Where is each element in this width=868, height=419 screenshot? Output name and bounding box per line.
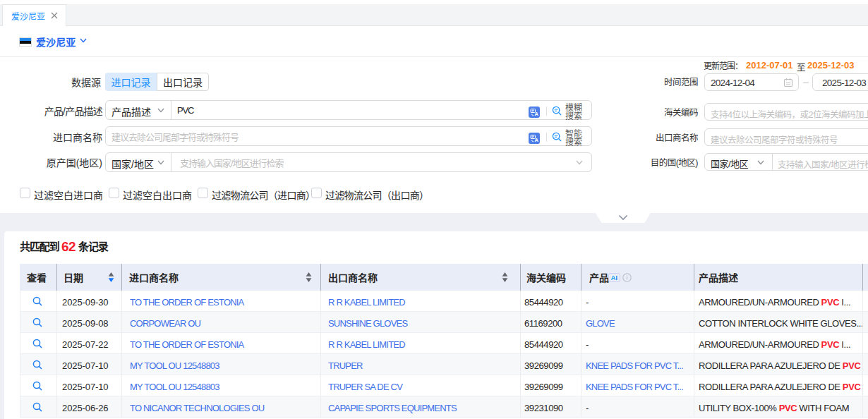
svg-text:A: A — [535, 111, 539, 117]
svg-text:A: A — [535, 137, 539, 143]
